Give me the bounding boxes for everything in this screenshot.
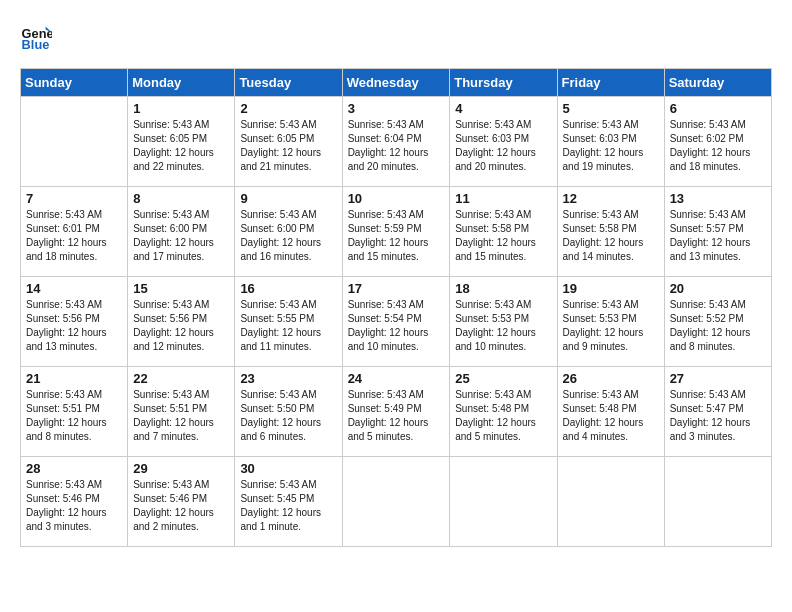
day-header-thursday: Thursday bbox=[450, 69, 557, 97]
day-number: 11 bbox=[455, 191, 551, 206]
day-number: 2 bbox=[240, 101, 336, 116]
cell-info: Sunrise: 5:43 AMSunset: 6:03 PMDaylight:… bbox=[563, 118, 659, 174]
cell-info: Sunrise: 5:43 AMSunset: 5:46 PMDaylight:… bbox=[26, 478, 122, 534]
cell-info: Sunrise: 5:43 AMSunset: 5:59 PMDaylight:… bbox=[348, 208, 445, 264]
cell-info: Sunrise: 5:43 AMSunset: 5:56 PMDaylight:… bbox=[26, 298, 122, 354]
day-number: 22 bbox=[133, 371, 229, 386]
cell-info: Sunrise: 5:43 AMSunset: 5:55 PMDaylight:… bbox=[240, 298, 336, 354]
calendar-cell: 17Sunrise: 5:43 AMSunset: 5:54 PMDayligh… bbox=[342, 277, 450, 367]
calendar-cell: 4Sunrise: 5:43 AMSunset: 6:03 PMDaylight… bbox=[450, 97, 557, 187]
cell-info: Sunrise: 5:43 AMSunset: 5:54 PMDaylight:… bbox=[348, 298, 445, 354]
calendar-cell: 22Sunrise: 5:43 AMSunset: 5:51 PMDayligh… bbox=[128, 367, 235, 457]
calendar-cell: 2Sunrise: 5:43 AMSunset: 6:05 PMDaylight… bbox=[235, 97, 342, 187]
cell-info: Sunrise: 5:43 AMSunset: 6:04 PMDaylight:… bbox=[348, 118, 445, 174]
calendar-cell: 6Sunrise: 5:43 AMSunset: 6:02 PMDaylight… bbox=[664, 97, 771, 187]
calendar-cell: 16Sunrise: 5:43 AMSunset: 5:55 PMDayligh… bbox=[235, 277, 342, 367]
day-number: 1 bbox=[133, 101, 229, 116]
day-number: 29 bbox=[133, 461, 229, 476]
calendar-cell: 3Sunrise: 5:43 AMSunset: 6:04 PMDaylight… bbox=[342, 97, 450, 187]
header: General Blue bbox=[20, 20, 772, 52]
day-number: 17 bbox=[348, 281, 445, 296]
calendar-cell: 7Sunrise: 5:43 AMSunset: 6:01 PMDaylight… bbox=[21, 187, 128, 277]
day-number: 23 bbox=[240, 371, 336, 386]
calendar-cell bbox=[342, 457, 450, 547]
day-number: 6 bbox=[670, 101, 766, 116]
cell-info: Sunrise: 5:43 AMSunset: 5:46 PMDaylight:… bbox=[133, 478, 229, 534]
calendar-cell: 11Sunrise: 5:43 AMSunset: 5:58 PMDayligh… bbox=[450, 187, 557, 277]
logo: General Blue bbox=[20, 20, 56, 52]
calendar-cell: 27Sunrise: 5:43 AMSunset: 5:47 PMDayligh… bbox=[664, 367, 771, 457]
day-header-sunday: Sunday bbox=[21, 69, 128, 97]
calendar-cell: 24Sunrise: 5:43 AMSunset: 5:49 PMDayligh… bbox=[342, 367, 450, 457]
cell-info: Sunrise: 5:43 AMSunset: 6:05 PMDaylight:… bbox=[133, 118, 229, 174]
cell-info: Sunrise: 5:43 AMSunset: 5:58 PMDaylight:… bbox=[563, 208, 659, 264]
cell-info: Sunrise: 5:43 AMSunset: 5:48 PMDaylight:… bbox=[455, 388, 551, 444]
calendar-cell bbox=[450, 457, 557, 547]
calendar-cell: 1Sunrise: 5:43 AMSunset: 6:05 PMDaylight… bbox=[128, 97, 235, 187]
logo-icon: General Blue bbox=[20, 20, 52, 52]
cell-info: Sunrise: 5:43 AMSunset: 5:50 PMDaylight:… bbox=[240, 388, 336, 444]
cell-info: Sunrise: 5:43 AMSunset: 5:57 PMDaylight:… bbox=[670, 208, 766, 264]
day-number: 28 bbox=[26, 461, 122, 476]
cell-info: Sunrise: 5:43 AMSunset: 5:48 PMDaylight:… bbox=[563, 388, 659, 444]
day-number: 4 bbox=[455, 101, 551, 116]
calendar-cell: 20Sunrise: 5:43 AMSunset: 5:52 PMDayligh… bbox=[664, 277, 771, 367]
calendar-cell bbox=[557, 457, 664, 547]
cell-info: Sunrise: 5:43 AMSunset: 6:01 PMDaylight:… bbox=[26, 208, 122, 264]
cell-info: Sunrise: 5:43 AMSunset: 6:00 PMDaylight:… bbox=[133, 208, 229, 264]
cell-info: Sunrise: 5:43 AMSunset: 6:05 PMDaylight:… bbox=[240, 118, 336, 174]
day-header-wednesday: Wednesday bbox=[342, 69, 450, 97]
calendar: SundayMondayTuesdayWednesdayThursdayFrid… bbox=[20, 68, 772, 547]
calendar-cell: 5Sunrise: 5:43 AMSunset: 6:03 PMDaylight… bbox=[557, 97, 664, 187]
day-number: 25 bbox=[455, 371, 551, 386]
cell-info: Sunrise: 5:43 AMSunset: 5:51 PMDaylight:… bbox=[133, 388, 229, 444]
week-row-3: 14Sunrise: 5:43 AMSunset: 5:56 PMDayligh… bbox=[21, 277, 772, 367]
calendar-cell: 9Sunrise: 5:43 AMSunset: 6:00 PMDaylight… bbox=[235, 187, 342, 277]
calendar-cell: 28Sunrise: 5:43 AMSunset: 5:46 PMDayligh… bbox=[21, 457, 128, 547]
week-row-2: 7Sunrise: 5:43 AMSunset: 6:01 PMDaylight… bbox=[21, 187, 772, 277]
calendar-cell: 26Sunrise: 5:43 AMSunset: 5:48 PMDayligh… bbox=[557, 367, 664, 457]
calendar-cell: 12Sunrise: 5:43 AMSunset: 5:58 PMDayligh… bbox=[557, 187, 664, 277]
day-number: 16 bbox=[240, 281, 336, 296]
week-row-1: 1Sunrise: 5:43 AMSunset: 6:05 PMDaylight… bbox=[21, 97, 772, 187]
cell-info: Sunrise: 5:43 AMSunset: 5:52 PMDaylight:… bbox=[670, 298, 766, 354]
cell-info: Sunrise: 5:43 AMSunset: 5:51 PMDaylight:… bbox=[26, 388, 122, 444]
day-number: 13 bbox=[670, 191, 766, 206]
day-number: 20 bbox=[670, 281, 766, 296]
calendar-cell: 14Sunrise: 5:43 AMSunset: 5:56 PMDayligh… bbox=[21, 277, 128, 367]
cell-info: Sunrise: 5:43 AMSunset: 5:49 PMDaylight:… bbox=[348, 388, 445, 444]
cell-info: Sunrise: 5:43 AMSunset: 6:03 PMDaylight:… bbox=[455, 118, 551, 174]
day-header-saturday: Saturday bbox=[664, 69, 771, 97]
day-number: 10 bbox=[348, 191, 445, 206]
cell-info: Sunrise: 5:43 AMSunset: 6:02 PMDaylight:… bbox=[670, 118, 766, 174]
calendar-cell bbox=[664, 457, 771, 547]
calendar-cell: 30Sunrise: 5:43 AMSunset: 5:45 PMDayligh… bbox=[235, 457, 342, 547]
day-number: 3 bbox=[348, 101, 445, 116]
calendar-cell: 25Sunrise: 5:43 AMSunset: 5:48 PMDayligh… bbox=[450, 367, 557, 457]
day-number: 24 bbox=[348, 371, 445, 386]
svg-text:Blue: Blue bbox=[22, 37, 50, 52]
day-header-tuesday: Tuesday bbox=[235, 69, 342, 97]
calendar-cell: 18Sunrise: 5:43 AMSunset: 5:53 PMDayligh… bbox=[450, 277, 557, 367]
calendar-cell: 23Sunrise: 5:43 AMSunset: 5:50 PMDayligh… bbox=[235, 367, 342, 457]
day-number: 9 bbox=[240, 191, 336, 206]
calendar-header-row: SundayMondayTuesdayWednesdayThursdayFrid… bbox=[21, 69, 772, 97]
day-header-monday: Monday bbox=[128, 69, 235, 97]
cell-info: Sunrise: 5:43 AMSunset: 5:58 PMDaylight:… bbox=[455, 208, 551, 264]
day-number: 5 bbox=[563, 101, 659, 116]
calendar-cell bbox=[21, 97, 128, 187]
day-number: 8 bbox=[133, 191, 229, 206]
day-number: 18 bbox=[455, 281, 551, 296]
cell-info: Sunrise: 5:43 AMSunset: 5:45 PMDaylight:… bbox=[240, 478, 336, 534]
day-number: 7 bbox=[26, 191, 122, 206]
day-number: 27 bbox=[670, 371, 766, 386]
day-number: 12 bbox=[563, 191, 659, 206]
day-number: 30 bbox=[240, 461, 336, 476]
cell-info: Sunrise: 5:43 AMSunset: 5:53 PMDaylight:… bbox=[455, 298, 551, 354]
day-number: 26 bbox=[563, 371, 659, 386]
calendar-cell: 10Sunrise: 5:43 AMSunset: 5:59 PMDayligh… bbox=[342, 187, 450, 277]
cell-info: Sunrise: 5:43 AMSunset: 5:56 PMDaylight:… bbox=[133, 298, 229, 354]
day-number: 15 bbox=[133, 281, 229, 296]
calendar-cell: 19Sunrise: 5:43 AMSunset: 5:53 PMDayligh… bbox=[557, 277, 664, 367]
week-row-4: 21Sunrise: 5:43 AMSunset: 5:51 PMDayligh… bbox=[21, 367, 772, 457]
